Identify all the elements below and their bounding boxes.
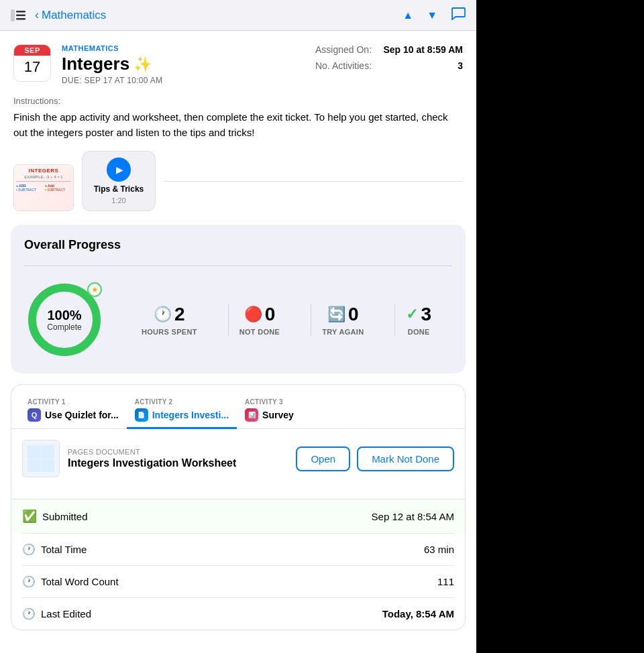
assigned-on-value: Sep 10 at 8:59 AM — [383, 44, 463, 55]
video-title: Tips & Tricks — [94, 184, 144, 194]
header-right: Assigned On: Sep 10 at 8:59 AM No. Activ… — [315, 44, 463, 71]
total-time-row: 🕐 Total Time 63 min — [22, 533, 454, 565]
play-button[interactable]: ▶ — [107, 158, 131, 182]
no-activities-label: No. Activities: — [315, 60, 372, 71]
doc-row: PAGES DOCUMENT Integers Investigation Wo… — [22, 440, 454, 477]
chevron-down-icon[interactable]: ▼ — [427, 9, 437, 21]
donut-percent: 100% — [47, 308, 81, 322]
tab-2-num: ACTIVITY 2 — [135, 398, 229, 406]
back-button[interactable]: ‹ Mathematics — [35, 8, 106, 22]
activity-tabs: ACTIVITY 1 Q Use Quizlet for... ACTIVITY… — [11, 385, 465, 429]
total-time-icon: 🕐 — [22, 543, 36, 556]
assignment-title-text: Integers — [62, 54, 129, 74]
assignment-header: SEP 17 MATHEMATICS Integers ✨ DUE: SEP 1… — [0, 31, 476, 96]
assigned-on-row: Assigned On: Sep 10 at 8:59 AM — [315, 44, 463, 55]
open-button[interactable]: Open — [296, 447, 350, 471]
clock-icon: 🕐 — [154, 306, 172, 323]
calendar-month: SEP — [14, 45, 50, 56]
nav-right: ▲ ▼ — [402, 7, 466, 23]
total-time-value: 63 min — [424, 544, 454, 555]
tab-2-icon-row: 📄 Integers Investi... — [135, 408, 229, 422]
not-done-stat: 🔴 0 NOT DONE — [228, 304, 290, 336]
sidebar-icon — [11, 9, 27, 21]
pages-icon: 📄 — [135, 408, 148, 422]
donut-center: 100% Complete — [47, 308, 81, 332]
submitted-row: ✅ Submitted Sep 12 at 8:54 AM — [11, 499, 465, 533]
tab-activity-3[interactable]: ACTIVITY 3 📊 Survey — [237, 393, 317, 429]
try-again-desc: TRY AGAIN — [322, 328, 364, 336]
doc-name: Integers Investigation Worksheet — [68, 457, 288, 469]
tab-activity-1[interactable]: ACTIVITY 1 Q Use Quizlet for... — [19, 393, 127, 429]
submitted-label: Submitted — [42, 511, 88, 522]
no-activities-value: 3 — [458, 60, 463, 71]
top-nav: ‹ Mathematics ▲ ▼ — [0, 0, 476, 31]
try-again-icon: 🔄 — [327, 306, 345, 323]
hours-top: 🕐 2 — [154, 304, 185, 325]
survey-icon: 📊 — [245, 408, 258, 422]
doc-actions: Open Mark Not Done — [296, 447, 454, 471]
calendar-day: 17 — [14, 56, 50, 78]
word-count-icon: 🕐 — [22, 575, 36, 588]
done-number: 3 — [421, 304, 431, 325]
mark-not-done-button[interactable]: Mark Not Done — [357, 447, 454, 471]
tab-1-name: Use Quizlet for... — [45, 410, 119, 420]
comment-icon[interactable] — [451, 7, 466, 23]
tab-3-name: Survey — [262, 410, 294, 420]
attachments-row: INTEGERS EXAMPLE: -3 + 4 = 1 + ADD • SUB… — [0, 151, 476, 225]
assigned-on-label: Assigned On: — [315, 44, 372, 55]
done-desc: DONE — [408, 328, 430, 336]
not-done-top: 🔴 0 — [244, 304, 276, 325]
chevron-left-icon: ‹ — [35, 8, 39, 22]
video-duration: 1:20 — [111, 196, 125, 204]
last-edited-left: 🕐 Last Edited — [22, 607, 91, 620]
tab-3-num: ACTIVITY 3 — [245, 398, 309, 406]
assignment-title: Integers ✨ — [62, 54, 162, 74]
content-scroll: SEP 17 MATHEMATICS Integers ✨ DUE: SEP 1… — [0, 31, 476, 653]
last-edited-label: Last Edited — [41, 608, 91, 619]
video-attachment[interactable]: ▶ Tips & Tricks 1:20 — [82, 151, 156, 211]
chevron-up-icon[interactable]: ▲ — [402, 9, 413, 21]
not-done-desc: NOT DONE — [239, 328, 280, 336]
main-panel: ‹ Mathematics ▲ ▼ SEP 17 — [0, 0, 476, 653]
due-date: DUE: SEP 17 AT 10:00 AM — [62, 76, 162, 85]
sparkle-icon: ✨ — [133, 56, 152, 73]
tab-2-name: Integers Investi... — [152, 410, 229, 420]
hours-desc: HOURS SPENT — [142, 328, 197, 336]
poster-attachment[interactable]: INTEGERS EXAMPLE: -3 + 4 = 1 + ADD • SUB… — [13, 164, 74, 211]
instructions-text: Finish the app activity and worksheet, t… — [13, 110, 463, 140]
total-time-label: Total Time — [41, 544, 87, 555]
progress-title: Overall Progress — [24, 238, 452, 252]
instructions-label: Instructions: — [13, 96, 463, 106]
try-again-stat: 🔄 0 TRY AGAIN — [311, 304, 374, 336]
submitted-left: ✅ Submitted — [22, 509, 88, 524]
back-label: Mathematics — [42, 9, 106, 22]
svg-rect-2 — [16, 14, 25, 16]
done-check-icon: ✓ — [406, 306, 418, 323]
try-again-number: 0 — [348, 304, 359, 325]
calendar-icon: SEP 17 — [13, 44, 51, 82]
attachment-divider — [164, 181, 463, 182]
tab-1-num: ACTIVITY 1 — [28, 398, 119, 406]
word-count-value: 111 — [437, 576, 454, 587]
not-done-icon: 🔴 — [244, 306, 262, 323]
doc-info: PAGES DOCUMENT Integers Investigation Wo… — [68, 448, 288, 469]
tab-1-icon-row: Q Use Quizlet for... — [28, 408, 119, 422]
activities-section: ACTIVITY 1 Q Use Quizlet for... ACTIVITY… — [11, 384, 466, 630]
not-done-number: 0 — [265, 304, 276, 325]
no-activities-row: No. Activities: 3 — [315, 60, 463, 71]
svg-rect-1 — [16, 11, 25, 13]
word-count-left: 🕐 Total Word Count — [22, 575, 119, 588]
donut-chart: 100% Complete ★ — [24, 280, 105, 360]
last-edited-row: 🕐 Last Edited Today, 8:54 AM — [22, 597, 454, 630]
hours-spent-stat: 🕐 2 HOURS SPENT — [131, 304, 208, 336]
sidebar-toggle-button[interactable] — [11, 9, 27, 22]
doc-thumbnail — [22, 440, 60, 477]
progress-divider — [24, 265, 452, 266]
subject-label: MATHEMATICS — [62, 44, 162, 52]
nav-left: ‹ Mathematics — [11, 8, 106, 22]
activity-content: PAGES DOCUMENT Integers Investigation Wo… — [11, 429, 465, 499]
header-left: SEP 17 MATHEMATICS Integers ✨ DUE: SEP 1… — [13, 44, 162, 85]
header-info: MATHEMATICS Integers ✨ DUE: SEP 17 AT 10… — [62, 44, 162, 85]
tab-activity-2[interactable]: ACTIVITY 2 📄 Integers Investi... — [127, 393, 237, 429]
tab-3-icon-row: 📊 Survey — [245, 408, 309, 422]
